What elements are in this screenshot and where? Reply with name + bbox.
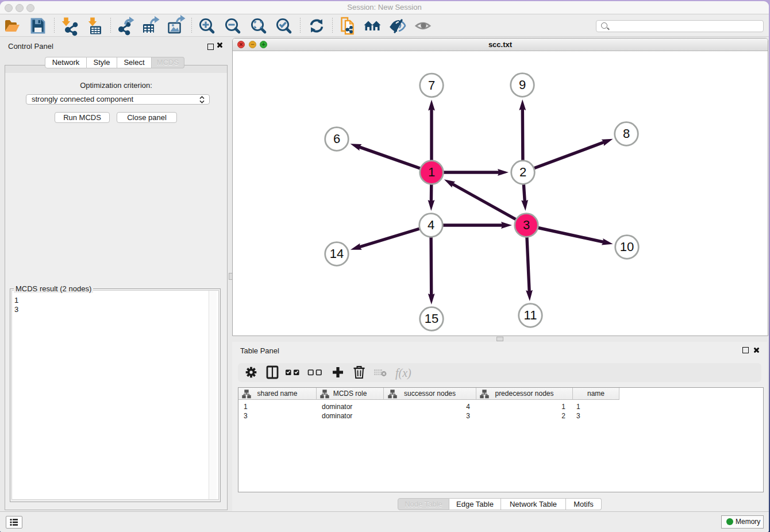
svg-text:14: 14 xyxy=(330,246,344,261)
svg-text:3: 3 xyxy=(523,218,530,232)
svg-text:4: 4 xyxy=(428,218,434,232)
svg-text:7: 7 xyxy=(428,78,435,92)
svg-text:11: 11 xyxy=(524,308,537,322)
svg-text:8: 8 xyxy=(623,126,630,141)
svg-text:15: 15 xyxy=(425,311,438,326)
svg-text:1: 1 xyxy=(428,165,435,179)
svg-text:6: 6 xyxy=(333,132,340,146)
svg-text:9: 9 xyxy=(519,78,526,92)
svg-text:10: 10 xyxy=(620,240,634,254)
svg-text:2: 2 xyxy=(519,165,526,179)
svg-text:f(x): f(x) xyxy=(395,367,411,380)
